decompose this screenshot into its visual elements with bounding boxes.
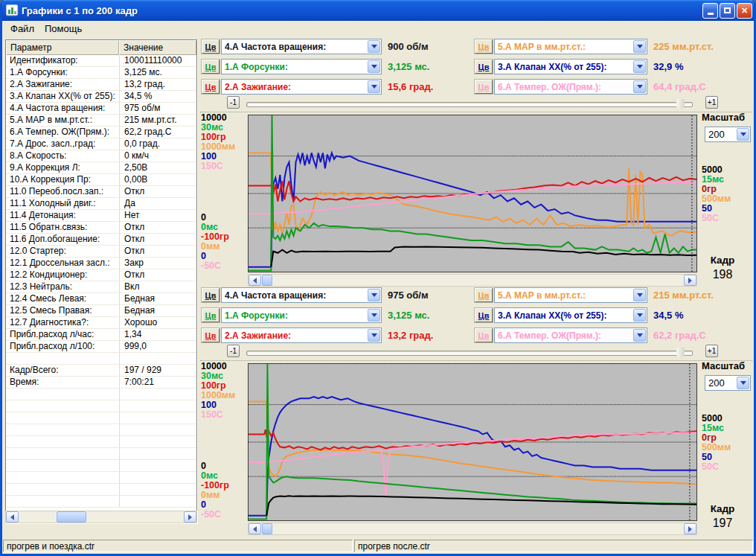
- chevron-down-icon[interactable]: [368, 80, 380, 93]
- series-select[interactable]: 1.А Форсунки:: [221, 59, 382, 74]
- table-row[interactable]: Кадр/Всего:197 / 929: [6, 365, 196, 377]
- series-select[interactable]: 3.А Клапан ХХ(% от 255):: [494, 307, 647, 323]
- table-row[interactable]: Прибл.расход л/100:999,0: [6, 341, 196, 353]
- table-row[interactable]: 11.5 Обратн.связь:Откл: [6, 222, 196, 234]
- table-row[interactable]: 6.А Темпер. ОЖ(Прям.):62,2 град.С: [6, 127, 196, 138]
- frame-slider[interactable]: [246, 348, 693, 360]
- scrollbar-thumb[interactable]: [57, 511, 86, 523]
- chevron-down-icon[interactable]: [368, 289, 380, 301]
- titlebar[interactable]: Графики с 1 по 200 кадр ✕: [0, 0, 756, 21]
- chart-hscrollbar[interactable]: [248, 274, 697, 287]
- table-row[interactable]: 3.А Клапан ХХ(% от 255):34,5 %: [6, 91, 196, 103]
- table-row[interactable]: [6, 353, 196, 365]
- series-select[interactable]: 4.А Частота вращения:: [221, 287, 382, 303]
- maximize-button[interactable]: [720, 3, 735, 19]
- scale-select[interactable]: 200: [705, 127, 751, 142]
- table-row[interactable]: Идентификатор:100011110000: [6, 55, 196, 67]
- color-button[interactable]: Цв: [475, 60, 493, 74]
- chevron-down-icon[interactable]: [737, 377, 749, 389]
- table-row[interactable]: 7.А Дрос. засл.,град:0,0 град.: [6, 138, 196, 150]
- chevron-down-icon[interactable]: [633, 80, 646, 93]
- table-row[interactable]: 9.А Коррекция Л:2,50В: [6, 162, 196, 174]
- series-select[interactable]: 4.А Частота вращения:: [221, 39, 382, 54]
- series-select[interactable]: 6.А Темпер. ОЖ(Прям.):: [494, 79, 647, 95]
- table-row[interactable]: 5.А МАР в мм.рт.ст.:215 мм.рт.ст.: [6, 115, 196, 127]
- series-select[interactable]: 5.А МАР в мм.рт.ст.:: [494, 287, 647, 303]
- table-row[interactable]: [6, 460, 196, 472]
- table-row[interactable]: 11.0 Переоб.посл.зап.:Откл: [6, 186, 196, 198]
- table-row[interactable]: 8.А Скорость:0 км/ч: [6, 150, 196, 162]
- chevron-down-icon[interactable]: [737, 128, 749, 141]
- prev-frame-button[interactable]: -1: [227, 345, 240, 357]
- table-row[interactable]: 12.5 Смесь Правая:Бедная: [6, 305, 196, 317]
- series-select[interactable]: 2.А Зажигание:: [221, 327, 382, 343]
- scroll-right-icon[interactable]: [184, 511, 196, 523]
- scroll-right-icon[interactable]: [684, 275, 696, 286]
- table-row[interactable]: 2.А Зажигание:13,2 град.: [6, 79, 196, 91]
- table-row[interactable]: 10.А Коррекция Пр:0,00В: [6, 174, 196, 186]
- table-row[interactable]: [6, 436, 196, 448]
- series-select[interactable]: 3.А Клапан ХХ(% от 255):: [494, 59, 647, 74]
- table-row[interactable]: 12.7 Диагностика?:Хорошо: [6, 317, 196, 329]
- table-row[interactable]: [6, 484, 196, 496]
- series-select[interactable]: 5.А МАР в мм.рт.ст.:: [494, 39, 647, 54]
- chevron-down-icon[interactable]: [368, 60, 380, 73]
- table-row[interactable]: [6, 400, 196, 412]
- table-row[interactable]: 4.А Частота вращения:975 об/м: [6, 103, 196, 115]
- color-button[interactable]: Цв: [475, 80, 493, 94]
- chart-hscrollbar[interactable]: [248, 523, 697, 535]
- plot-area[interactable]: [248, 115, 697, 272]
- table-row[interactable]: Прибл.расход л/час:1,34: [6, 329, 196, 341]
- chevron-down-icon[interactable]: [368, 329, 380, 342]
- minimize-button[interactable]: [702, 3, 718, 19]
- chevron-down-icon[interactable]: [633, 289, 646, 301]
- prev-frame-button[interactable]: -1: [227, 96, 240, 109]
- frame-slider[interactable]: [246, 99, 693, 111]
- scroll-right-icon[interactable]: [684, 523, 696, 534]
- chevron-down-icon[interactable]: [633, 60, 646, 73]
- next-frame-button[interactable]: +1: [705, 96, 718, 109]
- color-button[interactable]: Цв: [202, 39, 220, 54]
- color-button[interactable]: Цв: [202, 308, 220, 322]
- chevron-down-icon[interactable]: [633, 309, 646, 322]
- table-hscrollbar[interactable]: [5, 511, 197, 523]
- table-row[interactable]: 12.4 Смесь Левая:Бедная: [6, 293, 196, 305]
- table-row[interactable]: Время:7:00:21: [6, 377, 196, 389]
- color-button[interactable]: Цв: [202, 328, 220, 342]
- scroll-left-icon[interactable]: [249, 275, 261, 286]
- series-select[interactable]: 1.А Форсунки:: [221, 307, 382, 323]
- scale-select[interactable]: 200: [705, 375, 751, 391]
- color-button[interactable]: Цв: [202, 288, 220, 302]
- table-row[interactable]: 11.6 Доп.обогащение:Откл: [6, 234, 196, 246]
- scroll-left-icon[interactable]: [6, 511, 19, 523]
- color-button[interactable]: Цв: [202, 60, 220, 74]
- scrollbar-thumb[interactable]: [262, 523, 272, 534]
- color-button[interactable]: Цв: [475, 308, 493, 322]
- table-row[interactable]: 1.А Форсунки:3,125 мс.: [6, 67, 196, 79]
- table-row[interactable]: 11.4 Детонация:Нет: [6, 210, 196, 222]
- table-row[interactable]: 12.0 Стартер:Откл: [6, 246, 196, 258]
- table-row[interactable]: 12.2 Кондиционер:Откл: [6, 269, 196, 281]
- close-button[interactable]: ✕: [737, 3, 752, 19]
- table-row[interactable]: 12.1 Дроссельная засл.:Закр: [6, 258, 196, 269]
- menu-help[interactable]: Помощь: [39, 22, 87, 36]
- chevron-down-icon[interactable]: [633, 329, 646, 342]
- table-row[interactable]: [6, 389, 196, 400]
- menu-file[interactable]: Файл: [5, 22, 39, 36]
- chevron-down-icon[interactable]: [633, 40, 646, 53]
- chevron-down-icon[interactable]: [368, 309, 380, 322]
- table-row[interactable]: 12.3 Нейтраль:Вкл: [6, 281, 196, 293]
- color-button[interactable]: Цв: [202, 80, 220, 94]
- table-row[interactable]: [6, 472, 196, 484]
- table-row[interactable]: [6, 496, 196, 508]
- slider-thumb[interactable]: [676, 348, 685, 360]
- series-select[interactable]: 6.А Темпер. ОЖ(Прям.):: [494, 327, 647, 343]
- table-row[interactable]: [6, 412, 196, 424]
- next-frame-button[interactable]: +1: [705, 345, 718, 357]
- slider-thumb[interactable]: [676, 99, 685, 111]
- plot-area[interactable]: [248, 363, 697, 521]
- table-row[interactable]: 11.1 Холодный двиг.:Да: [6, 198, 196, 210]
- table-row[interactable]: [6, 448, 196, 460]
- chevron-down-icon[interactable]: [368, 40, 380, 53]
- table-row[interactable]: [6, 424, 196, 436]
